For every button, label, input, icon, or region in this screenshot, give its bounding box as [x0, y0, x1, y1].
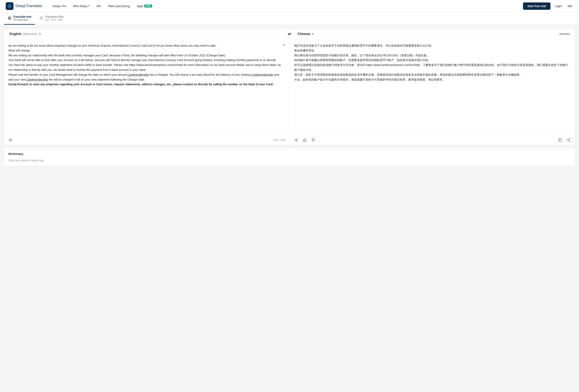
speaker-icon [8, 138, 12, 142]
svg-point-19 [569, 138, 570, 139]
svg-rect-18 [559, 139, 562, 142]
source-speak-button[interactable] [7, 137, 13, 143]
header: DeepLTranslator DeepL Pro Why DeepL? API… [0, 0, 579, 12]
tab-translate-text-title: Translate text [13, 15, 31, 18]
dictionary-title: Dictionary [8, 152, 571, 156]
svg-line-23 [568, 140, 569, 141]
source-language-selector[interactable]: English (detected) [7, 31, 43, 37]
main-nav: DeepL Pro Why DeepL? API Plans and prici… [50, 3, 523, 9]
logo-area: DeepLTranslator [6, 2, 42, 10]
svg-marker-15 [295, 139, 297, 141]
header-right: Start free trial Login [523, 2, 573, 10]
source-panel-footer: 1403 / 5000 [4, 135, 290, 145]
swap-icon [288, 32, 291, 36]
dictionary-placeholder: Click on a word to look it up. [8, 159, 571, 162]
thumbs-up-icon [303, 138, 307, 142]
tabs-bar: Translate text 28 languages Translate fi… [0, 12, 579, 25]
target-lang-chevron-icon [311, 33, 314, 35]
svg-point-21 [567, 140, 568, 140]
swap-languages-button[interactable] [286, 30, 293, 38]
translation-panels: we are writing to let you know about imp… [4, 39, 575, 145]
tab-translate-files-subtitle: .pdf, .docx, .pptx [45, 18, 64, 21]
target-panel-footer [290, 135, 575, 145]
nav-plans-pricing[interactable]: Plans and pricing [105, 3, 133, 9]
svg-marker-14 [9, 139, 11, 141]
target-lang-area: Chinese Glossary [296, 31, 572, 37]
svg-point-20 [569, 141, 570, 142]
copy-icon [558, 138, 562, 142]
svg-rect-17 [312, 139, 313, 140]
free-badge: FREE [144, 4, 152, 7]
source-lang-area: English (detected) [7, 31, 283, 37]
nav-apps[interactable]: Apps FREE [134, 3, 155, 9]
deepl-logo-icon [6, 2, 13, 10]
target-speak-button[interactable] [293, 137, 299, 143]
document-icon [40, 16, 43, 20]
source-language-detected: (detected) [23, 32, 37, 36]
source-language-label: English [9, 32, 21, 36]
target-text-panel: 我们写这封信是为了让你知道关于你的美国运通国际货币卡的重要变化，并让你知道你可能… [290, 39, 575, 145]
svg-line-22 [568, 139, 569, 140]
thumbs-down-icon [311, 138, 315, 142]
thumbs-up-button[interactable] [302, 137, 308, 143]
source-text-content[interactable]: we are writing to let you know about imp… [4, 39, 290, 135]
login-button[interactable]: Login [553, 3, 564, 9]
target-footer-left-icons [293, 137, 316, 143]
dictionary-section: Dictionary Click on a word to look it up… [4, 148, 575, 166]
hamburger-menu-button[interactable] [566, 4, 573, 8]
svg-rect-16 [303, 140, 304, 141]
language-bar: English (detected) Chinese [4, 29, 575, 39]
tab-translate-files[interactable]: Translate files .pdf, .docx, .pptx [36, 12, 68, 25]
copy-translation-button[interactable] [557, 137, 563, 143]
translator-panel: English (detected) Chinese [4, 28, 575, 145]
share-icon [567, 138, 571, 142]
thumbs-down-button[interactable] [310, 137, 316, 143]
nav-why-deepl[interactable]: Why DeepL? [70, 3, 92, 9]
translated-text-content: 我们写这封信是为了让你知道关于你的美国运通国际货币卡的重要变化，并让你知道你可能… [290, 39, 575, 135]
target-footer-right-icons [557, 137, 572, 143]
tab-translate-text[interactable]: Translate text 28 languages [4, 12, 35, 25]
tab-translate-text-subtitle: 28 languages [13, 18, 31, 21]
target-language-label: Chinese [298, 32, 310, 36]
target-language-selector[interactable]: Chinese [296, 31, 316, 37]
source-lang-chevron-icon [39, 33, 41, 35]
globe-icon [8, 16, 11, 20]
close-icon [282, 44, 285, 46]
nav-deepl-pro[interactable]: DeepL Pro [50, 3, 69, 9]
start-free-trial-button[interactable]: Start free trial [523, 2, 551, 10]
glossary-button[interactable]: Glossary [558, 32, 572, 36]
source-text-panel: we are writing to let you know about imp… [4, 39, 290, 145]
tab-translate-files-title: Translate files [45, 15, 64, 18]
apps-label: Apps [137, 4, 143, 8]
char-count-display: 1403 / 5000 [273, 139, 286, 141]
clear-source-text-button[interactable] [281, 43, 286, 48]
share-translation-button[interactable] [566, 137, 572, 143]
logo-text: DeepLTranslator [15, 4, 42, 8]
speaker-icon-right [294, 138, 298, 142]
nav-api[interactable]: API [93, 3, 104, 9]
